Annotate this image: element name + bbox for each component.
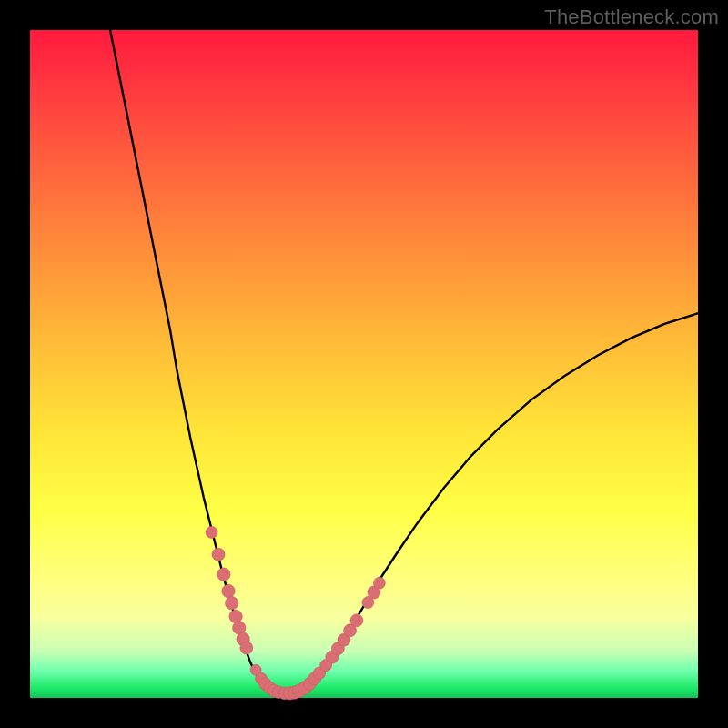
curve-marker — [350, 614, 363, 627]
plot-area — [30, 30, 698, 698]
curve-marker — [217, 568, 230, 581]
curve-marker — [206, 526, 217, 538]
curve-marker — [229, 610, 242, 622]
curve-path — [110, 30, 698, 694]
watermark-text: TheBottleneck.com — [544, 5, 719, 29]
chart-frame: TheBottleneck.com — [0, 0, 728, 728]
curve-marker — [225, 597, 238, 610]
curve-marker — [373, 577, 385, 589]
chart-svg — [30, 30, 698, 698]
curve-marker — [212, 548, 225, 561]
curve-marker — [240, 642, 253, 654]
curve-marker — [222, 584, 235, 597]
